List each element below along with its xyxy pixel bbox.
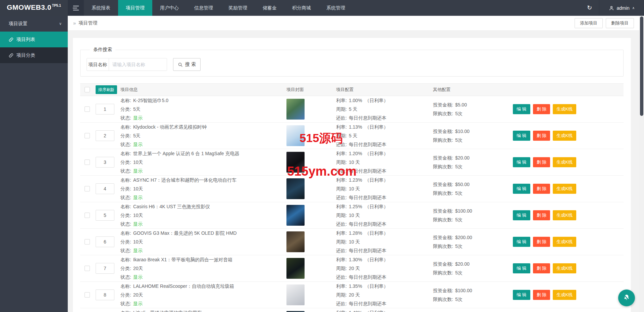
status-badge[interactable]: 显示 xyxy=(133,248,143,253)
project-repay: 每日付息到期还本 xyxy=(349,168,386,174)
status-badge[interactable]: 显示 xyxy=(133,221,143,227)
status-badge[interactable]: 显示 xyxy=(133,274,143,280)
period-label: 周期: xyxy=(336,186,347,191)
sort-order-input[interactable] xyxy=(96,130,114,141)
row-checkbox[interactable] xyxy=(85,160,90,165)
delete-project-button[interactable]: 删除项目 xyxy=(606,18,634,28)
nav-item-points-mall[interactable]: 积分商城 xyxy=(284,0,319,16)
notification-float-button[interactable] xyxy=(618,289,635,306)
row-checkbox[interactable] xyxy=(85,106,90,112)
sort-order-input[interactable] xyxy=(96,289,114,300)
project-rate: 1.28% xyxy=(349,230,362,236)
delete-button[interactable]: 删 除 xyxy=(533,210,550,220)
edit-button[interactable]: 编 辑 xyxy=(513,104,530,114)
project-category: 10天 xyxy=(133,186,143,191)
edit-button[interactable]: 编 辑 xyxy=(513,263,530,273)
status-badge[interactable]: 显示 xyxy=(133,115,143,121)
sidebar-group-project-settings[interactable]: 项目设置 ∨ xyxy=(0,16,68,32)
rate-note: （日利率） xyxy=(365,310,388,312)
column-header-info: 项目信息 xyxy=(120,87,286,93)
generate-kline-button[interactable]: 生成K线 xyxy=(553,131,576,141)
status-badge[interactable]: 显示 xyxy=(133,168,143,174)
delete-button[interactable]: 删 除 xyxy=(533,184,550,194)
delete-button[interactable]: 删 除 xyxy=(533,104,550,114)
edit-button[interactable]: 编 辑 xyxy=(513,290,530,300)
edit-button[interactable]: 编 辑 xyxy=(513,157,530,167)
select-all-checkbox[interactable] xyxy=(85,87,90,92)
row-checkbox[interactable] xyxy=(85,239,90,244)
name-label: 名称: xyxy=(120,283,131,289)
nav-item-savings[interactable]: 储蓄金 xyxy=(255,0,284,16)
row-checkbox[interactable] xyxy=(85,213,90,218)
generate-kline-button[interactable]: 生成K线 xyxy=(553,104,576,114)
nav-item-project-management[interactable]: 项目管理 xyxy=(118,0,152,16)
edit-button[interactable]: 编 辑 xyxy=(513,210,530,220)
rate-note: （日利率） xyxy=(365,230,388,236)
nav-item-info-management[interactable]: 信息管理 xyxy=(186,0,221,16)
project-name-input[interactable] xyxy=(109,58,167,71)
status-badge[interactable]: 显示 xyxy=(133,142,143,147)
edit-button[interactable]: 编 辑 xyxy=(513,237,530,247)
sort-order-input[interactable] xyxy=(96,236,114,247)
nav-item-user-center[interactable]: 用户中心 xyxy=(152,0,186,16)
project-period: 5 天 xyxy=(349,106,358,112)
delete-button[interactable]: 删 除 xyxy=(533,131,550,141)
delete-button[interactable]: 删 除 xyxy=(533,237,550,247)
nav-item-system-reports[interactable]: 系统报表 xyxy=(84,0,118,16)
name-label: 名称: xyxy=(120,257,131,262)
sidebar-item-project-list[interactable]: 项目列表 xyxy=(0,32,68,47)
generate-kline-button[interactable]: 生成K线 xyxy=(553,184,576,194)
delete-button[interactable]: 删 除 xyxy=(533,263,550,273)
repay-label: 还款: xyxy=(336,168,347,174)
table-row: 名称:LALAHOME RealScooper：自动自动填充垃圾箱 分类:20天… xyxy=(80,282,624,308)
repay-label: 还款: xyxy=(336,301,347,306)
scrollbar-thumb[interactable] xyxy=(640,16,643,116)
invest-amount: $20.00 xyxy=(455,261,470,267)
sort-order-input[interactable] xyxy=(96,263,114,274)
page-scrollbar xyxy=(639,16,644,312)
period-label: 周期: xyxy=(336,133,347,138)
sort-order-input[interactable] xyxy=(96,104,114,115)
search-button[interactable]: 搜 索 xyxy=(173,58,201,71)
generate-kline-button[interactable]: 生成K线 xyxy=(553,210,576,220)
nav-item-system-management[interactable]: 系统管理 xyxy=(319,0,353,16)
edit-button[interactable]: 编 辑 xyxy=(513,131,530,141)
status-badge[interactable]: 显示 xyxy=(133,301,143,306)
generate-kline-button[interactable]: 生成K线 xyxy=(553,157,576,167)
project-cover-image xyxy=(286,284,305,305)
search-row: 项目名称 搜 索 xyxy=(87,58,617,71)
sort-order-input[interactable] xyxy=(96,157,114,168)
sidebar-item-project-category[interactable]: 项目分类 xyxy=(0,47,68,63)
delete-button[interactable]: 删 除 xyxy=(533,290,550,300)
generate-kline-button[interactable]: 生成K线 xyxy=(553,290,576,300)
delete-button[interactable]: 删 除 xyxy=(533,157,550,167)
add-project-button[interactable]: 添加项目 xyxy=(575,18,603,28)
project-category: 10天 xyxy=(133,213,143,218)
sort-refresh-button[interactable]: 排序刷新 xyxy=(96,85,117,94)
generate-kline-button[interactable]: 生成K线 xyxy=(553,263,576,273)
sort-order-input[interactable] xyxy=(96,210,114,221)
project-name: Ikarao Break X1：带平板电脑的四合一派对音箱 xyxy=(133,257,232,262)
status-badge[interactable]: 显示 xyxy=(133,195,143,200)
project-cover-image xyxy=(286,205,305,226)
row-checkbox[interactable] xyxy=(85,292,90,298)
row-checkbox[interactable] xyxy=(85,186,90,191)
sidebar-toggle-button[interactable] xyxy=(68,0,84,16)
rate-note: （日利率） xyxy=(365,177,388,183)
project-period: 5 天 xyxy=(349,133,358,138)
project-period: 10 天 xyxy=(349,186,360,191)
row-checkbox[interactable] xyxy=(85,266,90,271)
rate-note: （日利率） xyxy=(365,98,388,103)
refresh-icon[interactable]: ↻ xyxy=(580,0,599,16)
project-cover-image xyxy=(286,152,305,173)
category-label: 分类: xyxy=(120,266,131,271)
limit-label: 限购次数: xyxy=(433,243,453,249)
edit-button[interactable]: 编 辑 xyxy=(513,184,530,194)
generate-kline-button[interactable]: 生成K线 xyxy=(553,237,576,247)
row-checkbox[interactable] xyxy=(85,133,90,138)
amount-label: 投资金额: xyxy=(433,182,453,187)
nav-item-reward-management[interactable]: 奖励管理 xyxy=(221,0,255,16)
sort-order-input[interactable] xyxy=(96,183,114,194)
amount-label: 投资金额: xyxy=(433,288,453,293)
admin-menu[interactable]: admin ∧ xyxy=(599,0,644,16)
